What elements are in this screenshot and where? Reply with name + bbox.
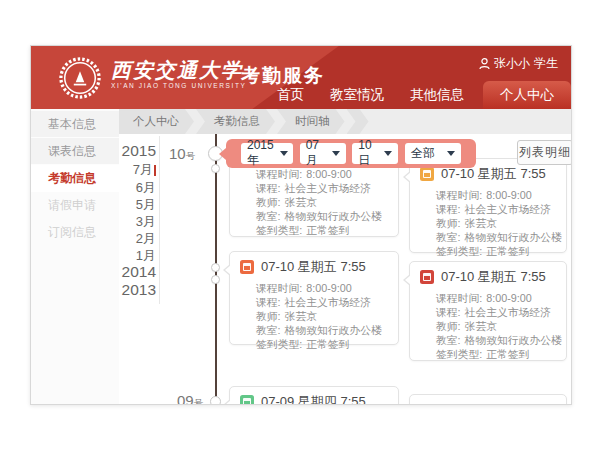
attendance-card-right-mid[interactable]: 07-10 星期五 7:55 课程时间:8:00-9:00 课程:社会主义市场经…	[409, 261, 567, 361]
timeline-node-small-3	[211, 275, 220, 284]
card-header: 07-09 星期四 7:55	[230, 387, 398, 405]
caret-down-icon	[447, 151, 455, 156]
breadcrumb: 个人中心 考勤信息 时间轴	[119, 109, 571, 134]
timeline-node-small-1	[211, 164, 220, 173]
breadcrumb-trailing-chevron	[347, 109, 369, 134]
page: 西安交通大学 XI'AN JIAO TONG UNIVERSITY 考勤服务 张…	[0, 0, 600, 450]
card-header: 07-10 星期五 7:55	[230, 252, 398, 279]
app-window: 西安交通大学 XI'AN JIAO TONG UNIVERSITY 考勤服务 张…	[30, 45, 572, 405]
breadcrumb-item-attendance-info[interactable]: 考勤信息	[196, 109, 275, 134]
day-label-09: 09号	[177, 392, 203, 405]
card-title: 07-10 星期五 7:55	[441, 268, 546, 286]
attendance-card-left-bottom-partial[interactable]: 07-09 星期四 7:55	[229, 386, 399, 405]
breadcrumb-item-timeline[interactable]: 时间轴	[277, 109, 345, 134]
timeline-month-june[interactable]: 6月	[86, 179, 156, 197]
timeline-month-february[interactable]: 2月	[86, 230, 156, 248]
nav-tab-personal-center-active[interactable]: 个人中心	[483, 81, 571, 109]
timeline-year-2014[interactable]: 2014	[86, 263, 156, 281]
header: 西安交通大学 XI'AN JIAO TONG UNIVERSITY 考勤服务 张…	[31, 46, 571, 109]
current-month-marker	[154, 165, 156, 176]
card-title: 07-10 星期五 7:55	[261, 258, 366, 276]
attendance-card-right-bottom-partial[interactable]	[409, 394, 567, 405]
calendar-event-icon	[420, 270, 434, 284]
university-name-en: XI'AN JIAO TONG UNIVERSITY	[111, 81, 246, 91]
list-detail-button[interactable]: 列表明细	[517, 140, 572, 165]
user-info[interactable]: 张小小 学生	[479, 55, 558, 72]
card-body: 课程时间:8:00-9:00 课程:社会主义市场经济 教师:张芸京 教室:格物致…	[230, 279, 398, 351]
timeline-node-bottom	[210, 396, 221, 405]
university-name: 西安交通大学 XI'AN JIAO TONG UNIVERSITY	[111, 59, 246, 91]
nav-item-home[interactable]: 首页	[264, 81, 317, 109]
timeline-node-small-2	[211, 263, 220, 272]
nav-item-other-info[interactable]: 其他信息	[397, 81, 477, 109]
card-body: 课程时间:8:00-9:00 课程:社会主义市场经济 教师:张芸京 教室:格物致…	[410, 186, 566, 258]
timeline-year-2015[interactable]: 2015	[86, 142, 156, 160]
card-title: 07-09 星期四 7:55	[261, 393, 366, 405]
calendar-event-icon	[420, 167, 434, 181]
timeline-month-may[interactable]: 5月	[86, 196, 156, 214]
user-role: 学生	[534, 55, 558, 72]
university-name-cn: 西安交通大学	[111, 59, 246, 81]
nav-item-classrooms[interactable]: 教室情况	[317, 81, 397, 109]
user-name: 张小小	[494, 55, 530, 72]
card-header: 07-10 星期五 7:55	[410, 262, 566, 289]
year-dropdown[interactable]: 2015年	[241, 143, 293, 164]
caret-down-icon	[280, 151, 288, 156]
timeline-month-march[interactable]: 3月	[86, 213, 156, 231]
type-dropdown[interactable]: 全部	[405, 143, 461, 164]
attendance-card-right-top[interactable]: 07-10 星期五 7:55 课程时间:8:00-9:00 课程:社会主义市场经…	[409, 158, 567, 253]
university-seal-logo	[59, 57, 101, 99]
day-label-10: 10号	[169, 145, 195, 163]
calendar-event-icon	[240, 260, 254, 274]
calendar-event-icon	[240, 395, 254, 405]
timeline-month-july[interactable]: 7月	[86, 161, 156, 179]
card-body: 课程时间:8:00-9:00 课程:社会主义市场经济 教师:张芸京 教室:格物致…	[410, 289, 566, 361]
breadcrumb-item-personal-center[interactable]: 个人中心	[119, 109, 194, 134]
main-nav: 首页 教室情况 其他信息 个人中心	[264, 81, 571, 109]
sidebar-item-basic-info[interactable]: 基本信息	[31, 111, 119, 138]
user-icon	[479, 58, 490, 70]
attendance-card-left-mid[interactable]: 07-10 星期五 7:55 课程时间:8:00-9:00 课程:社会主义市场经…	[229, 251, 399, 345]
filter-bar: 2015年 07月 10日 全部	[226, 139, 476, 168]
month-rail-divider	[159, 136, 160, 304]
timeline-year-2013[interactable]: 2013	[86, 281, 156, 299]
day-dropdown[interactable]: 10日	[352, 143, 398, 164]
caret-down-icon	[332, 151, 340, 156]
caret-down-icon	[384, 151, 392, 156]
month-dropdown[interactable]: 07月	[300, 143, 346, 164]
